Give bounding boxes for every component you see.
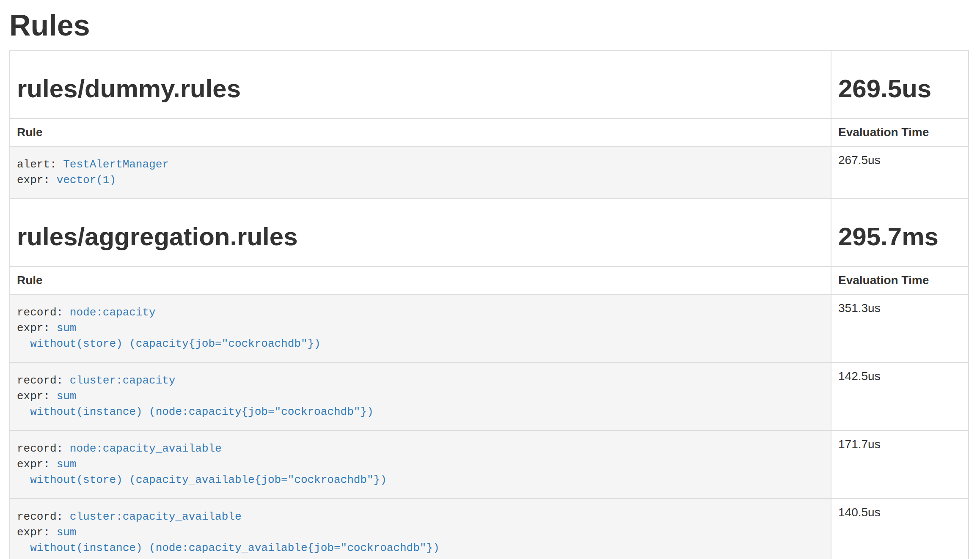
- rule-definition: record: node:capacity_available expr: su…: [17, 435, 824, 494]
- rule-cell: record: node:capacity expr: sum without(…: [10, 294, 831, 362]
- rule-group-file-cell: rules/aggregation.rules: [10, 199, 831, 266]
- rule-row: record: node:capacity expr: sum without(…: [10, 294, 969, 362]
- rule-evaluation-time: 140.5us: [831, 499, 969, 559]
- group-evaluation-time: 295.7ms: [838, 223, 961, 251]
- rule-name-link[interactable]: node:capacity: [70, 306, 156, 319]
- rule-evaluation-time: 171.7us: [831, 430, 969, 499]
- expr-label: expr:: [17, 174, 50, 186]
- rule-row: record: node:capacity_available expr: su…: [10, 430, 969, 499]
- rule-definition: record: cluster:capacity_available expr:…: [17, 503, 824, 559]
- rule-name-link[interactable]: TestAlertManager: [63, 158, 169, 171]
- rule-column-header: Rule: [10, 118, 831, 146]
- column-header-row: Rule Evaluation Time: [10, 266, 969, 294]
- rule-definition: alert: TestAlertManager expr: vector(1): [17, 151, 824, 194]
- rule-row: alert: TestAlertManager expr: vector(1) …: [10, 146, 969, 199]
- rule-cell: record: cluster:capacity expr: sum witho…: [10, 362, 831, 430]
- evaluation-time-column-header: Evaluation Time: [831, 266, 969, 294]
- rule-group-time-cell: 295.7ms: [831, 199, 969, 266]
- rule-cell: record: cluster:capacity_available expr:…: [10, 499, 831, 559]
- expr-label: expr:: [17, 390, 50, 403]
- page-title: Rules: [9, 9, 969, 42]
- rule-row: record: cluster:capacity_available expr:…: [10, 499, 969, 559]
- rules-table: rules/dummy.rules 269.5us Rule Evaluatio…: [9, 50, 969, 559]
- rule-name-link[interactable]: cluster:capacity_available: [70, 510, 242, 523]
- rule-expr-link[interactable]: sum without(instance) (node:capacity{job…: [17, 390, 374, 418]
- rule-expr-link[interactable]: sum without(store) (capacity{job="cockro…: [17, 322, 321, 350]
- expr-label: expr:: [17, 526, 50, 539]
- rule-expr-link[interactable]: sum without(instance) (node:capacity_ava…: [17, 526, 440, 554]
- rule-name-link[interactable]: cluster:capacity: [70, 374, 176, 387]
- group-evaluation-time: 269.5us: [838, 75, 961, 103]
- rule-type-label: record:: [17, 510, 63, 523]
- rule-definition: record: node:capacity expr: sum without(…: [17, 299, 824, 358]
- rule-group-file: rules/aggregation.rules: [17, 223, 824, 251]
- rule-definition: record: cluster:capacity expr: sum witho…: [17, 367, 824, 426]
- rule-type-label: record:: [17, 306, 63, 319]
- rule-name-link[interactable]: node:capacity_available: [70, 442, 222, 455]
- rule-cell: record: node:capacity_available expr: su…: [10, 430, 831, 499]
- rule-group-header-row: rules/aggregation.rules 295.7ms: [10, 199, 969, 266]
- column-header-row: Rule Evaluation Time: [10, 118, 969, 146]
- rule-cell: alert: TestAlertManager expr: vector(1): [10, 146, 831, 199]
- rules-page: Rules rules/dummy.rules 269.5us Rule Eva…: [0, 9, 980, 559]
- rule-evaluation-time: 351.3us: [831, 294, 969, 362]
- rule-evaluation-time: 267.5us: [831, 146, 969, 199]
- rule-expr-link[interactable]: vector(1): [57, 174, 116, 186]
- rule-type-label: record:: [17, 442, 63, 455]
- expr-label: expr:: [17, 458, 50, 471]
- rule-group-header-row: rules/dummy.rules 269.5us: [10, 51, 969, 118]
- rule-row: record: cluster:capacity expr: sum witho…: [10, 362, 969, 430]
- rule-type-label: alert:: [17, 158, 57, 171]
- rules-table-body: rules/dummy.rules 269.5us Rule Evaluatio…: [10, 51, 969, 559]
- rule-column-header: Rule: [10, 266, 831, 294]
- expr-label: expr:: [17, 322, 50, 334]
- rule-evaluation-time: 142.5us: [831, 362, 969, 430]
- rule-group-time-cell: 269.5us: [831, 51, 969, 118]
- rule-expr-link[interactable]: sum without(store) (capacity_available{j…: [17, 458, 387, 486]
- rule-group-file: rules/dummy.rules: [17, 75, 824, 103]
- rule-type-label: record:: [17, 374, 63, 387]
- evaluation-time-column-header: Evaluation Time: [831, 118, 969, 146]
- rule-group-file-cell: rules/dummy.rules: [10, 51, 831, 118]
